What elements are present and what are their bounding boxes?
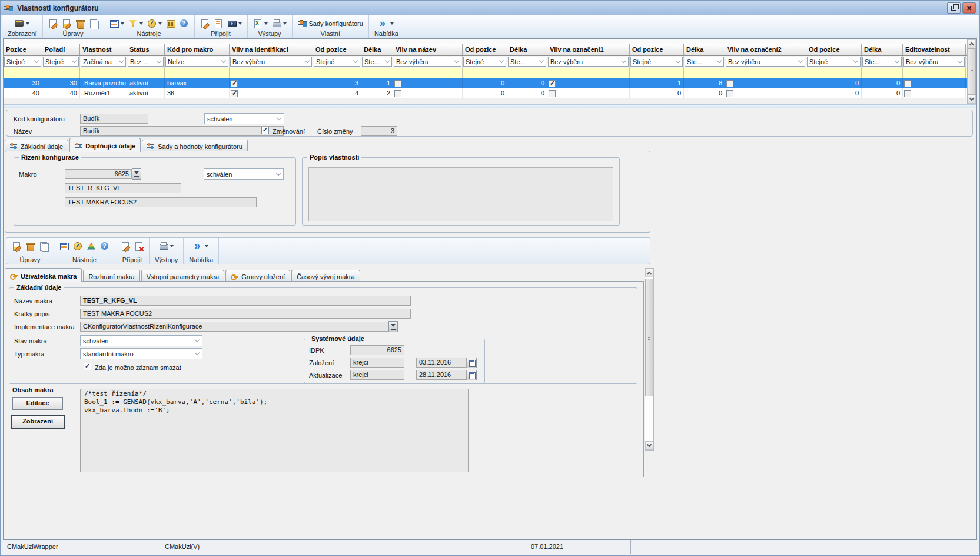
column-header-delka[interactable]: Délka bbox=[684, 44, 725, 55]
cell-vlastnost[interactable]: .Rozměr1 bbox=[80, 88, 127, 98]
tab-sady-a-hodnoty-konfiguratoru[interactable]: Sady a hodnoty konfigurátoru bbox=[142, 140, 248, 151]
implementace-lookup-button[interactable] bbox=[388, 321, 398, 332]
makro-lookup-button[interactable] bbox=[132, 168, 141, 180]
filter-input-cell[interactable] bbox=[127, 68, 165, 78]
cell-vliv-na-identifikaci[interactable] bbox=[230, 88, 313, 98]
filter-combo-delka[interactable]: Ste... bbox=[685, 57, 724, 67]
copy-page-button[interactable] bbox=[89, 19, 98, 28]
filter-combo-vlastnost[interactable]: Začíná na bbox=[81, 57, 126, 67]
tab-uzivatelska-makra[interactable]: Uživatelská makra bbox=[5, 268, 82, 282]
filter-combo-delka[interactable]: Ste... bbox=[508, 57, 546, 67]
column-header-vliv-na-nazev[interactable]: Vliv na název bbox=[393, 44, 463, 55]
unchecked-checkbox[interactable] bbox=[394, 90, 401, 97]
restore-button[interactable] bbox=[947, 2, 961, 14]
printer-button[interactable] bbox=[272, 19, 287, 28]
edit-page-button[interactable] bbox=[12, 241, 21, 251]
camera-button[interactable] bbox=[227, 19, 242, 28]
filter-input-cell[interactable] bbox=[4, 68, 42, 78]
cell-od-pozice[interactable]: 0 bbox=[806, 78, 862, 88]
cell-od-pozice[interactable]: 0 bbox=[630, 88, 684, 98]
editace-button[interactable]: Editace bbox=[12, 397, 63, 410]
cell-delka[interactable]: 8 bbox=[684, 78, 725, 88]
cell-delka[interactable]: 0 bbox=[862, 88, 903, 98]
table-tool-button[interactable] bbox=[59, 241, 69, 251]
cell-od-pozice[interactable]: 1 bbox=[630, 78, 684, 88]
filter-input-cell[interactable] bbox=[903, 68, 966, 78]
grid-vertical-scrollbar[interactable] bbox=[967, 39, 976, 104]
column-header-status[interactable]: Status bbox=[127, 44, 165, 55]
cell-pozice[interactable]: 40 bbox=[4, 88, 42, 98]
cell-vliv-na-oznaceni2[interactable] bbox=[725, 88, 806, 98]
filter-input-cell[interactable] bbox=[42, 68, 80, 78]
column-header-vliv-na-oznaceni1[interactable]: Vliv na označení1 bbox=[547, 44, 630, 55]
column-header-editovatelnost[interactable]: Editovatelnost bbox=[903, 44, 966, 55]
checked-checkbox[interactable] bbox=[231, 90, 238, 97]
cell-vliv-na-nazev[interactable] bbox=[393, 78, 463, 88]
compass-button[interactable] bbox=[147, 19, 162, 28]
filter-input-cell[interactable] bbox=[630, 68, 684, 78]
cell-vlastnost[interactable]: .Barva povrchu bbox=[80, 78, 127, 88]
checklist-button[interactable] bbox=[214, 19, 223, 28]
close-button[interactable] bbox=[962, 2, 976, 14]
filter-combo-status[interactable]: Bez ... bbox=[128, 57, 164, 67]
cell-delka[interactable]: 0 bbox=[507, 88, 547, 98]
unchecked-checkbox[interactable] bbox=[904, 80, 911, 87]
filter-input-cell[interactable] bbox=[547, 68, 630, 78]
table-row[interactable]: 3030.Barva povrchuaktivníbarvax31001800 bbox=[4, 78, 967, 88]
filter-combo-vliv-na-identifikaci[interactable]: Bez výběru bbox=[230, 57, 312, 67]
unchecked-checkbox[interactable] bbox=[904, 90, 911, 97]
filter-input-cell[interactable] bbox=[725, 68, 806, 78]
filter-input-cell[interactable] bbox=[80, 68, 127, 78]
filter-input-cell[interactable] bbox=[361, 68, 393, 78]
cell-poradi[interactable]: 30 bbox=[42, 78, 80, 88]
cell-pozice[interactable]: 30 bbox=[4, 78, 42, 88]
help-button[interactable] bbox=[180, 19, 189, 28]
filter-input-cell[interactable] bbox=[806, 68, 862, 78]
filter-combo-od-pozice[interactable]: Stejné bbox=[807, 57, 861, 67]
cell-delka[interactable]: 0 bbox=[684, 88, 725, 98]
pinboard-button[interactable] bbox=[166, 19, 175, 28]
cell-vliv-na-oznaceni1[interactable] bbox=[547, 78, 630, 88]
filter-combo-od-pozice[interactable]: Stejné bbox=[630, 57, 683, 67]
cell-od-pozice[interactable]: 0 bbox=[463, 88, 507, 98]
chevrons-button[interactable] bbox=[194, 241, 208, 251]
unchecked-checkbox[interactable] bbox=[394, 80, 401, 87]
copy-page-button[interactable] bbox=[39, 241, 48, 251]
tab-zakladni-udaje[interactable]: Základní údaje bbox=[5, 140, 68, 151]
column-header-od-pozice[interactable]: Od pozice bbox=[806, 44, 862, 55]
trash-button[interactable] bbox=[25, 241, 35, 251]
compass-button[interactable] bbox=[73, 241, 82, 251]
column-header-delka[interactable]: Délka bbox=[361, 44, 393, 55]
table-tool-button[interactable] bbox=[109, 19, 124, 28]
unchecked-checkbox[interactable] bbox=[726, 90, 733, 97]
cell-editovatelnost[interactable] bbox=[903, 78, 966, 88]
cell-delka[interactable]: 2 bbox=[361, 88, 393, 98]
edit-page-button[interactable] bbox=[62, 19, 71, 28]
popis-vlastnosti-textarea[interactable] bbox=[308, 167, 613, 221]
cell-vliv-na-identifikaci[interactable] bbox=[230, 78, 313, 88]
zmenovani-checkbox[interactable] bbox=[261, 127, 269, 134]
filter-combo-editovatelnost[interactable]: Bez výběru bbox=[903, 57, 965, 67]
table-row[interactable]: 4040.Rozměr1aktivní3642000000 bbox=[4, 88, 967, 98]
column-header-od-pozice[interactable]: Od pozice bbox=[313, 44, 361, 55]
zalozeni-calendar-button[interactable] bbox=[467, 358, 477, 368]
column-header-delka[interactable]: Délka bbox=[862, 44, 903, 55]
column-header-kod-pro-makro[interactable]: Kód pro makro bbox=[165, 44, 230, 55]
tab-vstupni-parametry-makra[interactable]: Vstupní parametry makra bbox=[141, 270, 225, 282]
help-button[interactable] bbox=[100, 241, 109, 251]
scroll-thumb[interactable] bbox=[645, 279, 653, 396]
filter-combo-kod-pro-makro[interactable]: Nelze bbox=[165, 57, 228, 67]
filter-combo-vliv-na-oznaceni2[interactable]: Bez výběru bbox=[726, 57, 805, 67]
filter-combo-pozice[interactable]: Stejné bbox=[4, 57, 41, 67]
column-header-delka[interactable]: Délka bbox=[507, 44, 547, 55]
filter-input-cell[interactable] bbox=[862, 68, 903, 78]
filter-combo-poradi[interactable]: Stejné bbox=[43, 57, 79, 67]
printer-button[interactable] bbox=[159, 241, 174, 251]
column-header-vliv-na-oznaceni2[interactable]: Vliv na označení2 bbox=[725, 44, 806, 55]
checked-checkbox[interactable] bbox=[549, 80, 556, 87]
filter-input-cell[interactable] bbox=[230, 68, 313, 78]
cell-vliv-na-nazev[interactable] bbox=[393, 88, 463, 98]
new-page-button[interactable] bbox=[48, 19, 58, 28]
filter-combo-vliv-na-nazev[interactable]: Bez výběru bbox=[394, 57, 461, 67]
filter-input-cell[interactable] bbox=[463, 68, 507, 78]
